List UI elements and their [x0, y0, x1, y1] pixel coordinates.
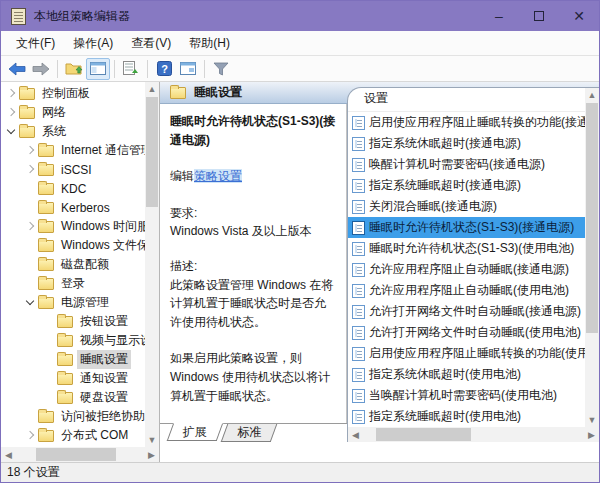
settings-list-item[interactable]: 指定系统休眠超时(使用电池) — [348, 364, 585, 385]
tree-item-label: 访问被拒绝协助 — [58, 407, 145, 426]
console-window-icon[interactable] — [176, 58, 200, 80]
description-paragraph: 此策略设置管理 Windows 在将计算机置于睡眠状态时是否允许使用待机状态。 — [170, 276, 336, 332]
tree-item[interactable]: KDC — [1, 179, 145, 198]
maximize-button[interactable] — [519, 1, 559, 31]
settings-list-panel: 设置 启用使应用程序阻止睡眠转换的功能(接通电源)指定系统休眠超时(接通电源)唤… — [347, 87, 599, 442]
chevron-collapsed-icon[interactable] — [4, 105, 19, 120]
settings-list-item[interactable]: 允许应用程序阻止自动睡眠(接通电源) — [348, 259, 585, 280]
folder-icon — [38, 221, 54, 233]
tree-item[interactable]: 按钮设置 — [1, 312, 145, 331]
tree-item[interactable]: 系统 — [1, 122, 145, 141]
export-list-icon[interactable] — [119, 58, 143, 80]
svg-text:?: ? — [161, 63, 168, 75]
settings-list-item[interactable]: 指定系统睡眠超时(接通电源) — [348, 175, 585, 196]
scroll-up-icon[interactable]: ▲ — [145, 82, 159, 96]
scroll-down-icon[interactable]: ▼ — [145, 433, 159, 447]
list-horizontal-scrollbar[interactable]: ◀ ▶ — [348, 427, 599, 442]
chevron-collapsed-icon[interactable] — [23, 162, 38, 177]
folder-icon — [38, 164, 54, 176]
tree-item[interactable]: 睡眠设置 — [1, 350, 145, 369]
toolbar-separator — [57, 60, 58, 78]
settings-list-item[interactable]: 唤醒计算机时需要密码(接通电源) — [348, 154, 585, 175]
settings-list-item[interactable]: 关闭混合睡眠(接通电源) — [348, 196, 585, 217]
tree-item[interactable]: 登录 — [1, 274, 145, 293]
chevron-expanded-icon[interactable] — [4, 124, 19, 139]
chevron-collapsed-icon[interactable] — [23, 428, 38, 443]
up-folder-icon[interactable] — [62, 58, 86, 80]
settings-list-item[interactable]: 指定系统睡眠超时(使用电池) — [348, 406, 585, 427]
tree-hscrollbar-thumb[interactable] — [36, 448, 116, 461]
settings-list-item[interactable]: 允许应用程序阻止自动睡眠(使用电池) — [348, 280, 585, 301]
column-header-setting[interactable]: 设置 — [348, 88, 585, 112]
filter-icon[interactable] — [209, 58, 233, 80]
scroll-right-icon[interactable]: ▶ — [144, 447, 159, 462]
scroll-down-icon[interactable]: ▼ — [585, 413, 599, 427]
menu-help[interactable]: 帮助(H) — [180, 32, 239, 55]
settings-list-item[interactable]: 允许打开网络文件时自动睡眠(接通电源) — [348, 301, 585, 322]
tree-item[interactable]: 硬盘设置 — [1, 388, 145, 407]
chevron-collapsed-icon[interactable] — [4, 86, 19, 101]
forward-icon[interactable] — [29, 58, 53, 80]
tree-item[interactable]: 访问被拒绝协助 — [1, 407, 145, 426]
close-button[interactable]: ✕ — [559, 1, 599, 31]
settings-list-item[interactable]: 睡眠时允许待机状态(S1-S3)(使用电池) — [348, 238, 585, 259]
settings-list-item[interactable]: 允许打开网络文件时自动睡眠(使用电池) — [348, 322, 585, 343]
tree-item-label: 网络 — [39, 103, 69, 122]
tree-item[interactable]: Windows 文件保护 — [1, 236, 145, 255]
chevron-spacer — [42, 314, 57, 329]
list-scrollbar-thumb[interactable] — [586, 103, 598, 333]
list-hscrollbar-thumb[interactable] — [376, 428, 471, 441]
scroll-right-icon[interactable]: ▶ — [584, 427, 599, 442]
policy-title: 睡眠时允许待机状态(S1-S3)(接通电源) — [170, 112, 336, 149]
tree-item-label: 登录 — [58, 274, 88, 293]
app-icon — [11, 8, 26, 25]
tree-item[interactable]: 电源管理 — [1, 293, 145, 312]
titlebar: 本地组策略编辑器 – ✕ — [1, 1, 599, 31]
console-tree-icon[interactable] — [86, 58, 110, 80]
settings-list-item-label: 允许打开网络文件时自动睡眠(接通电源) — [369, 303, 581, 320]
tree-item[interactable]: Kerberos — [1, 198, 145, 217]
menu-action[interactable]: 操作(A) — [64, 32, 122, 55]
menu-view[interactable]: 查看(V) — [122, 32, 180, 55]
chevron-expanded-icon[interactable] — [23, 295, 38, 310]
settings-list-item[interactable]: 当唤醒计算机时需要密码(使用电池) — [348, 385, 585, 406]
scroll-up-icon[interactable]: ▲ — [585, 88, 599, 102]
policy-description-panel: 睡眠时允许待机状态(S1-S3)(接通电源) 编辑策略设置 要求: Window… — [160, 104, 347, 423]
tree-item[interactable]: Internet 通信管理 — [1, 141, 145, 160]
settings-list-item[interactable]: 启用使应用程序阻止睡眠转换的功能(接通电源) — [348, 112, 585, 133]
chevron-collapsed-icon[interactable] — [23, 219, 38, 234]
list-vertical-scrollbar[interactable]: ▲ ▼ — [585, 88, 599, 427]
tree-item[interactable]: Windows 时间服务 — [1, 217, 145, 236]
tab-extended[interactable]: 扩展 — [167, 423, 224, 441]
policy-setting-icon — [352, 179, 365, 193]
policy-setting-icon — [352, 368, 365, 382]
settings-list-item[interactable]: 指定系统休眠超时(接通电源) — [348, 133, 585, 154]
tree-item-label: 按钮设置 — [77, 312, 131, 331]
tree-item-label: 视频与显示设置 — [77, 331, 145, 350]
tree-scrollbar-thumb[interactable] — [146, 97, 158, 207]
tree-item[interactable]: 磁盘配额 — [1, 255, 145, 274]
tree-vertical-scrollbar[interactable]: ▲ ▼ — [145, 82, 159, 447]
scroll-left-icon[interactable]: ◀ — [348, 427, 363, 442]
scroll-left-icon[interactable]: ◀ — [1, 447, 16, 462]
tree-item[interactable]: 视频与显示设置 — [1, 331, 145, 350]
tree-item[interactable]: 分布式 COM — [1, 426, 145, 445]
tree-item[interactable]: 网络 — [1, 103, 145, 122]
chevron-spacer — [42, 390, 57, 405]
edit-prefix-label: 编辑 — [170, 169, 194, 183]
back-icon[interactable] — [5, 58, 29, 80]
edit-policy-setting-link[interactable]: 策略设置 — [194, 169, 242, 183]
local-group-policy-editor-window: 本地组策略编辑器 – ✕ 文件(F) 操作(A) 查看(V) 帮助(H) — [0, 0, 600, 483]
tab-standard[interactable]: 标准 — [221, 424, 278, 442]
settings-list-item[interactable]: 睡眠时允许待机状态(S1-S3)(接通电源) — [348, 217, 585, 238]
menu-file[interactable]: 文件(F) — [7, 32, 64, 55]
tree-item[interactable]: 控制面板 — [1, 84, 145, 103]
minimize-button[interactable]: – — [479, 1, 519, 31]
chevron-collapsed-icon[interactable] — [23, 143, 38, 158]
tree-item[interactable]: iSCSI — [1, 160, 145, 179]
tree-horizontal-scrollbar[interactable]: ◀ ▶ — [1, 447, 159, 462]
help-icon[interactable]: ? — [152, 58, 176, 80]
settings-list-item[interactable]: 启用使应用程序阻止睡眠转换的功能(使用电池) — [348, 343, 585, 364]
tree-item-label: Internet 通信管理 — [58, 141, 145, 160]
tree-item[interactable]: 通知设置 — [1, 369, 145, 388]
